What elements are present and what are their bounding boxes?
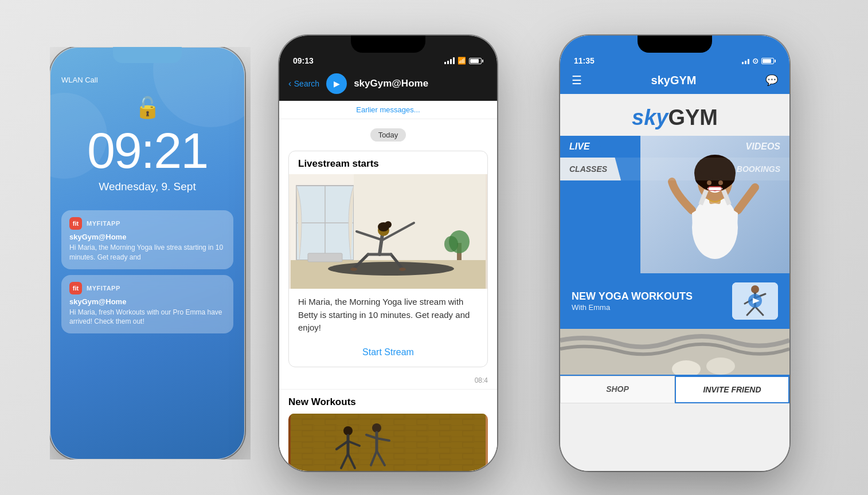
svg-point-10 <box>444 236 458 252</box>
status-time-chat: 09:13 <box>293 56 314 65</box>
nav-invite-friend[interactable]: INVITE FRIEND <box>675 376 789 403</box>
status-icons-chat: 📶 <box>444 57 483 65</box>
notif-app-icon-2: fit <box>69 282 82 294</box>
wifi-icon-chat: 📶 <box>458 57 466 65</box>
message-icon[interactable]: 💬 <box>765 74 778 87</box>
notif-title-2: skyGym@Home <box>69 297 225 306</box>
notification-card-1[interactable]: fit MYFITAPP skyGym@Home Hi Maria, the M… <box>61 210 233 269</box>
camera-notch-app <box>638 36 712 53</box>
lock-icon: 🔓 <box>61 96 233 120</box>
svg-point-53 <box>751 285 759 293</box>
chat-screen-content: 09:13 📶 <box>279 36 497 471</box>
wlan-label: WLAN Call <box>61 76 233 84</box>
exercise-image-strip <box>560 329 789 375</box>
tab-videos[interactable]: VIDEOS <box>604 136 789 158</box>
yoga-illustration <box>289 174 487 289</box>
notif-app-name-2: MYFITAPP <box>87 285 120 292</box>
phone-lock-screen: WLAN Call 🔓 09:21 Wednesday, 9. Sept fit… <box>50 47 245 459</box>
svg-point-63 <box>706 358 735 375</box>
lock-time: 09:21 <box>61 125 233 176</box>
start-stream-button[interactable]: Start Stream <box>289 341 487 367</box>
svg-point-14 <box>350 268 357 271</box>
phone-app-screen: 11:35 ⊙ ☰ skyGYM <box>560 36 789 471</box>
status-time-app: 11:35 <box>574 56 595 65</box>
logo-sky: sky <box>632 105 668 129</box>
notif-app-icon-1: fit <box>69 217 82 230</box>
app-logo-section: skyGYM <box>560 94 789 136</box>
mid-nav-row: CLASSES BOOKINGS <box>560 158 789 180</box>
promo-thumb-inner <box>732 282 778 320</box>
signal-bars-chat <box>444 57 455 64</box>
workout-illustration <box>288 414 488 471</box>
notification-card-2[interactable]: fit MYFITAPP skyGym@Home Hi Maria, fresh… <box>61 275 233 334</box>
promo-thumb-svg <box>732 282 778 320</box>
tab-bookings[interactable]: BOOKINGS <box>621 158 789 180</box>
tab-classes[interactable]: CLASSES <box>560 158 621 180</box>
camera-notch-chat <box>351 36 425 53</box>
today-pill: Today <box>370 128 406 142</box>
app-logo: skyGYM <box>572 105 778 130</box>
wifi-icon-app: ⊙ <box>752 57 758 65</box>
bottom-nav-grid: SHOP INVITE FRIEND <box>560 375 789 403</box>
app-screen-content: 11:35 ⊙ ☰ skyGYM <box>560 36 789 471</box>
hero-section: LIVE VIDEOS CLASSES BOOKINGS <box>560 136 789 273</box>
svg-rect-11 <box>308 253 342 262</box>
message-timestamp: 08:4 <box>279 376 497 389</box>
tab-live[interactable]: LIVE <box>560 136 604 158</box>
notif-header-2: fit MYFITAPP <box>69 282 225 294</box>
battery-icon-app <box>761 58 776 64</box>
notif-body-1: Hi Maria, the Morning Yoga live strea st… <box>69 243 225 262</box>
back-button-chat[interactable]: ‹ Search <box>288 78 319 89</box>
svg-point-49 <box>718 180 723 185</box>
signal-bars-app <box>742 57 749 64</box>
livestream-message-card: Livestream starts <box>288 151 488 367</box>
notif-header-1: fit MYFITAPP <box>69 217 225 230</box>
today-divider: Today <box>279 128 497 142</box>
load-earlier-label[interactable]: Earlier messages... <box>356 105 420 114</box>
lock-screen-content: WLAN Call 🔓 09:21 Wednesday, 9. Sept fit… <box>50 47 245 459</box>
phone-chat-screen: 09:13 📶 <box>279 36 497 471</box>
yoga-image <box>289 174 487 289</box>
chat-body: Earlier messages... Today Livestream sta… <box>279 101 497 471</box>
status-icons-app: ⊙ <box>742 57 776 65</box>
exercise-strip-svg <box>560 329 789 375</box>
livestream-message-text: Hi Maria, the Morning Yoga live stream w… <box>289 289 487 341</box>
chat-nav: ‹ Search ▶ skyGym@Home <box>279 69 497 101</box>
livestream-title: Livestream starts <box>289 151 487 174</box>
svg-point-6 <box>328 262 454 276</box>
promo-section[interactable]: NEW YOGA WORKOUTS With Emma <box>560 273 789 329</box>
svg-point-15 <box>399 268 406 271</box>
lock-date: Wednesday, 9. Sept <box>61 180 233 193</box>
workout-image-preview <box>288 414 488 471</box>
hamburger-menu-icon[interactable]: ☰ <box>572 73 582 87</box>
notif-app-name-1: MYFITAPP <box>87 220 120 227</box>
nav-shop[interactable]: SHOP <box>560 376 675 403</box>
svg-point-48 <box>707 180 711 185</box>
svg-rect-24 <box>291 414 486 471</box>
app-navbar: ☰ skyGYM 💬 <box>560 69 789 94</box>
promo-subtitle: With Emma <box>572 303 723 312</box>
svg-rect-51 <box>709 187 721 190</box>
promo-thumbnail[interactable] <box>732 282 778 320</box>
chat-channel-title: skyGym@Home <box>354 78 428 89</box>
hero-tabs-row: LIVE VIDEOS <box>560 136 789 158</box>
notch-lock <box>113 47 182 63</box>
notif-title-1: skyGym@Home <box>69 233 225 241</box>
play-button-chat[interactable]: ▶ <box>326 73 347 94</box>
new-workouts-title: New Workouts <box>279 389 497 414</box>
logo-gym: GYM <box>668 105 718 129</box>
svg-point-22 <box>385 221 392 228</box>
promo-title: NEW YOGA WORKOUTS <box>572 290 723 303</box>
app-nav-title: skyGYM <box>651 74 697 87</box>
promo-text: NEW YOGA WORKOUTS With Emma <box>572 290 723 312</box>
battery-icon-chat <box>469 58 483 64</box>
phones-container: WLAN Call 🔓 09:21 Wednesday, 9. Sept fit… <box>33 13 835 482</box>
notif-body-2: Hi Maria, fresh Workouts with our Pro Em… <box>69 308 225 327</box>
